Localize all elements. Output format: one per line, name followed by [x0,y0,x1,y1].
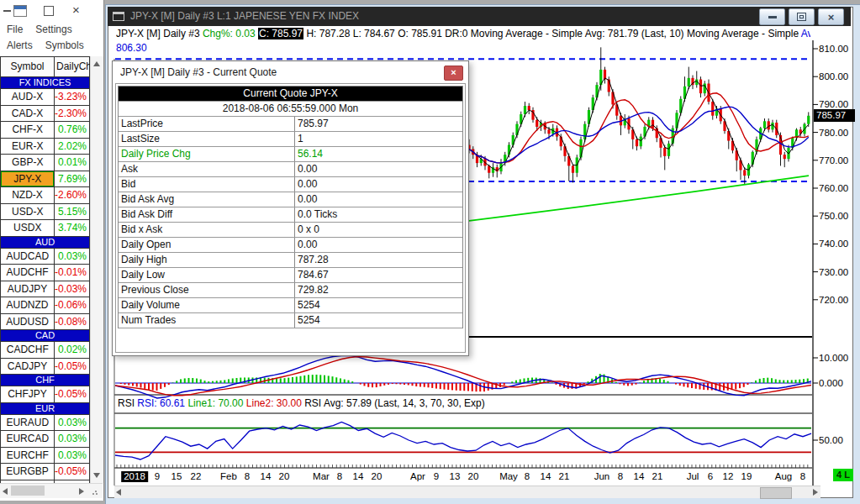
quote-field-value: 5254 [294,313,462,328]
symbol-row[interactable]: EURCHF0.03% [0,448,90,465]
dialog-titlebar[interactable]: JPY-X [M] Daily #3 - Current Quote × [113,61,468,83]
quote-field-value: 0 x 0 [294,223,462,237]
symbol-row[interactable]: USDX3.74% [0,220,90,237]
scroll-down-icon[interactable] [93,473,100,478]
scroll-right-icon[interactable] [79,488,84,495]
daily-change-cell: 3.74% [54,220,89,236]
symbol-row[interactable]: AUDCAD0.03% [0,249,90,265]
symbol-window-titlebar[interactable]: × [0,0,103,22]
symbol-cell[interactable]: USD-X [1,204,54,220]
daily-change-cell: 7.69% [54,171,89,187]
time-axis-label: 2018 [121,471,148,482]
quote-table: Current Quote JPY-X 2018-08-06 06:55:59.… [118,86,463,328]
scroll-right-icon[interactable] [813,489,818,496]
symbol-row[interactable]: AUD-X-3.23% [0,89,90,106]
symbol-cell[interactable]: NZD-X [1,187,54,203]
symbol-row[interactable]: CHFJPY-0.05% [0,386,90,403]
symbol-table: Symbol DailyCh FX INDICESAUD-X-3.23%CAD-… [0,56,90,496]
scroll-up-icon[interactable] [93,61,100,66]
chart-scrollbar-thumb[interactable] [760,487,792,499]
symbol-cell[interactable]: CHFJPY [1,386,54,402]
symbol-row[interactable]: NZD-X-2.60% [0,187,90,204]
symbol-cell[interactable]: EURCHF [1,448,54,464]
scroll-left-icon[interactable] [3,488,8,495]
symbol-cell[interactable]: AUDCHF [1,265,54,281]
quote-row: Daily High787.28 [119,253,462,268]
symbol-row[interactable]: EURGBP-0.05% [0,464,90,480]
menu-bar: File Settings Alerts Symbols [0,22,103,55]
symbol-cell[interactable]: EURGBP [1,464,54,480]
chart-horizontal-scrollbar[interactable] [114,486,820,498]
symbol-cell[interactable]: AUD-X [1,89,54,105]
symbol-cell[interactable]: AUDNZD [1,297,54,313]
time-axis-label: Feb [220,471,237,482]
daily-change-cell: 0.03% [54,431,89,447]
menu-item-symbols[interactable]: Symbols [45,39,84,51]
symbol-cell[interactable]: EURAUD [1,415,54,431]
quote-field-label: Daily Low [119,268,294,282]
info-token: Line2: 30.00 [246,397,302,409]
symbol-row[interactable]: AUDCHF-0.01% [0,265,90,281]
symbol-horizontal-scrollbar[interactable] [0,483,103,498]
menu-item-alerts[interactable]: Alerts [7,39,33,51]
time-axis-label: 22 [191,471,202,482]
symbol-cell-selected[interactable]: JPY-X [1,171,54,187]
daily-change-cell: 0.02% [54,342,89,358]
info-token: Avg: 77 [801,28,810,39]
daily-change-cell: 0.76% [54,122,89,138]
restore-icon[interactable] [13,5,27,17]
menu-item-settings[interactable]: Settings [35,24,71,35]
close-button[interactable]: × [818,8,844,25]
symbol-cell[interactable]: AUDJPY [1,281,54,297]
symbol-row[interactable]: CHF-X0.76% [0,122,90,139]
symbol-row[interactable]: AUDJPY-0.03% [0,281,90,298]
symbol-cell[interactable]: CAD-X [1,106,54,122]
symbol-cell[interactable]: CADJPY [1,359,54,375]
column-header-dailych[interactable]: DailyCh [54,57,89,76]
maximize-icon[interactable] [44,6,54,16]
symbol-row[interactable]: AUDNZD-0.06% [0,297,90,314]
symbol-cell[interactable]: AUDUSD [1,314,54,330]
symbol-row[interactable]: GBP-X0.01% [0,155,90,171]
restore-button[interactable] [789,8,815,25]
symbol-row[interactable]: USD-X5.15% [0,204,90,221]
close-icon[interactable]: × [72,2,80,18]
time-axis-label: 14 [541,471,551,482]
time-axis-label: 9 [434,471,439,482]
quote-field-value: 785.97 [294,117,462,131]
symbol-cell[interactable]: USDX [1,220,54,236]
minimize-icon[interactable] [3,10,11,12]
symbol-cell[interactable]: CHF-X [1,122,54,138]
info-token: RSI: 60.61 [137,397,185,409]
quote-row: Ask0.00 [119,162,462,177]
symbol-cell[interactable]: GBP-X [1,155,54,171]
symbol-row[interactable]: AUDUSD-0.08% [0,314,90,331]
symbol-cell[interactable]: AUDCAD [1,249,54,265]
scroll-left-icon[interactable] [116,489,121,496]
symbol-row[interactable]: CAD-X-2.30% [0,106,90,123]
symbol-row[interactable]: EURAUD0.03% [0,415,90,432]
quote-row: LastPrice785.97 [119,117,462,132]
dialog-close-button[interactable]: × [444,66,463,81]
resize-grip-icon[interactable] [92,490,98,495]
quote-field-label: Daily Open [119,238,294,252]
symbol-row[interactable]: JPY-X7.69% [0,171,90,188]
minimize-button[interactable] [759,8,785,25]
time-axis-label: 14 [634,471,645,482]
chart-window-titlebar[interactable]: JPY-X [M] Daily #3 L:1 JAPENESE YEN FX I… [108,7,851,26]
quote-field-label: LastSize [119,132,294,146]
column-header-symbol[interactable]: Symbol [1,57,54,76]
symbol-cell[interactable]: CADCHF [1,342,54,358]
symbol-row[interactable]: EURCAD0.03% [0,431,90,448]
info-token: 806.30 [116,42,147,54]
symbol-row[interactable]: CADCHF0.02% [0,342,90,359]
symbol-row[interactable]: EUR-X2.02% [0,139,90,155]
symbol-cell[interactable]: EURCAD [1,431,54,447]
time-axis-label: 20 [468,471,479,482]
menu-item-file[interactable]: File [7,24,23,35]
quote-field-value: 729.82 [294,283,462,297]
symbol-row[interactable]: CADJPY-0.05% [0,359,90,375]
symbol-scrollbar-thumb[interactable] [11,486,45,496]
symbol-cell[interactable]: EUR-X [1,139,54,155]
symbol-vertical-scrollbar[interactable] [90,56,103,483]
